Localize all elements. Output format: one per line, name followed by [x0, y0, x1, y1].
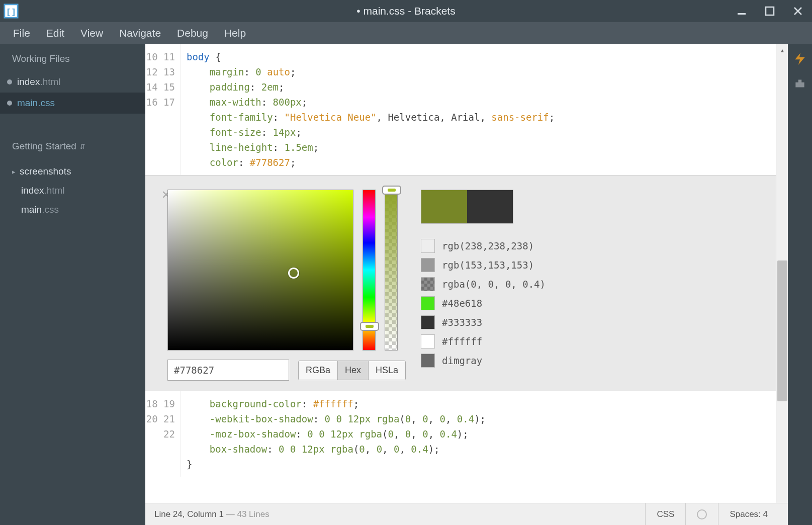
svg-rect-2	[738, 13, 746, 15]
swatch-row[interactable]: #333333	[421, 315, 546, 329]
code-bottom[interactable]: 18 19 20 21 22 background-color: #ffffff…	[145, 391, 776, 477]
tree-index[interactable]: index.html	[12, 181, 145, 200]
format-hex-button[interactable]: Hex	[337, 361, 368, 380]
extension-manager-icon[interactable]	[793, 77, 807, 90]
editor-main: 10 11 12 13 14 15 16 17 body { margin: 0…	[145, 44, 788, 525]
window-controls	[728, 0, 812, 22]
dirty-dot-icon	[7, 101, 12, 106]
status-indent[interactable]: Spaces: 4	[718, 503, 779, 525]
swatch-row[interactable]: rgb(238,238,238)	[421, 239, 546, 253]
minimize-button[interactable]	[728, 0, 756, 22]
working-file-index[interactable]: index.html	[0, 71, 145, 93]
hue-slider[interactable]	[363, 190, 376, 351]
code-top[interactable]: 10 11 12 13 14 15 16 17 body { margin: 0…	[145, 44, 776, 175]
sidebar: Working Files index.htmlmain.css Getting…	[0, 44, 145, 525]
close-button[interactable]	[784, 0, 812, 22]
swatch-label: dimgray	[442, 355, 482, 366]
alpha-slider[interactable]	[385, 190, 398, 351]
alpha-slider-handle[interactable]	[382, 186, 401, 195]
sv-cursor[interactable]	[288, 268, 299, 279]
working-files-title: Working Files	[0, 44, 145, 71]
swatch-icon	[421, 258, 435, 272]
menu-file[interactable]: File	[6, 24, 37, 42]
menu-navigate[interactable]: Navigate	[112, 24, 168, 42]
swatch-row[interactable]: dimgray	[421, 354, 546, 368]
swatch-row[interactable]: rgb(153,153,153)	[421, 258, 546, 272]
window-title: • main.css - Brackets	[356, 5, 455, 17]
swatch-label: #48e618	[442, 298, 482, 309]
project-dropdown[interactable]: Getting Started	[0, 128, 145, 159]
menu-edit[interactable]: Edit	[39, 24, 71, 42]
scroll-up-icon[interactable]: ▴	[776, 44, 788, 56]
swatch-row[interactable]: rgba(0, 0, 0, 0.4)	[421, 277, 546, 291]
swatch-row[interactable]: #48e618	[421, 296, 546, 310]
swatch-label: rgba(0, 0, 0, 0.4)	[442, 279, 546, 290]
format-rgba-button[interactable]: RGBa	[299, 361, 337, 380]
statusbar: Line 24, Column 1 — 43 Lines CSS Spaces:…	[145, 503, 788, 525]
svg-rect-3	[766, 7, 774, 15]
sat-val-picker[interactable]	[167, 190, 353, 351]
vertical-scrollbar[interactable]: ▴	[776, 44, 788, 503]
menu-help[interactable]: Help	[217, 24, 253, 42]
tree-main[interactable]: main.css	[12, 200, 145, 219]
format-hsla-button[interactable]: HSLa	[368, 361, 405, 380]
menu-view[interactable]: View	[73, 24, 110, 42]
maximize-button[interactable]	[756, 0, 784, 22]
tree-screenshots[interactable]: screenshots	[12, 162, 145, 181]
swatch-label: rgb(153,153,153)	[442, 259, 534, 271]
dirty-dot-icon	[7, 79, 12, 84]
status-language[interactable]: CSS	[645, 503, 685, 525]
swatch-label: rgb(238,238,238)	[442, 240, 534, 251]
swatch-icon	[421, 354, 435, 368]
hue-slider-handle[interactable]	[360, 322, 379, 331]
status-cursor-pos[interactable]: Line 24, Column 1 — 43 Lines	[154, 509, 645, 519]
swatch-icon	[421, 277, 435, 291]
scrollbar-thumb[interactable]	[777, 260, 787, 401]
menubar: FileEditViewNavigateDebugHelp	[0, 22, 812, 44]
swatch-icon	[421, 334, 435, 348]
swatch-icon	[421, 296, 435, 310]
swatch-list: rgb(238,238,238)rgb(153,153,153)rgba(0, …	[421, 239, 546, 368]
status-lint[interactable]	[685, 503, 718, 525]
swatch-icon	[421, 239, 435, 253]
format-segmented: RGBaHexHSLa	[298, 361, 406, 380]
color-compare	[421, 190, 513, 224]
app-icon: [ ]	[0, 0, 22, 22]
swatch-label: #333333	[442, 317, 482, 328]
swatch-label: #ffffff	[442, 336, 482, 347]
swatch-row[interactable]: #ffffff	[421, 334, 546, 348]
circle-icon	[697, 509, 707, 519]
titlebar: [ ] • main.css - Brackets	[0, 0, 812, 22]
compare-new	[421, 190, 467, 223]
svg-text:[ ]: [ ]	[7, 7, 15, 17]
live-preview-icon[interactable]	[793, 52, 807, 64]
compare-original[interactable]	[467, 190, 513, 223]
right-toolbar	[788, 44, 812, 525]
working-files-list: index.htmlmain.css	[0, 71, 145, 114]
color-value-input[interactable]	[167, 360, 289, 381]
file-tree: screenshotsindex.htmlmain.css	[0, 159, 145, 222]
menu-debug[interactable]: Debug	[170, 24, 215, 42]
working-file-main[interactable]: main.css	[0, 93, 145, 114]
inline-color-editor: ✕	[145, 175, 776, 391]
swatch-icon	[421, 315, 435, 329]
